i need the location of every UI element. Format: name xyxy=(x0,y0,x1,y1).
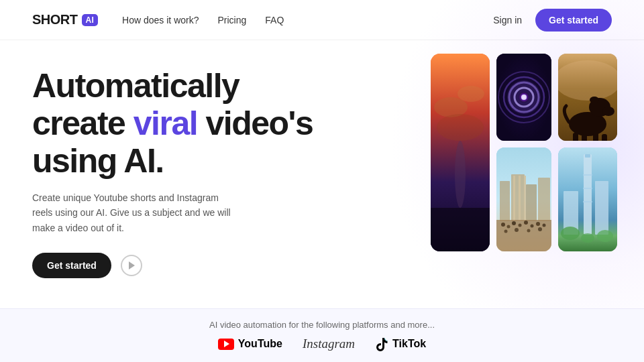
video-card-plaza xyxy=(496,147,551,251)
video-card-dog xyxy=(558,54,617,141)
get-started-hero-button[interactable]: Get started xyxy=(32,253,111,278)
svg-rect-22 xyxy=(593,133,598,141)
svg-point-54 xyxy=(597,230,613,242)
svg-point-18 xyxy=(602,107,614,116)
get-started-nav-button[interactable]: Get started xyxy=(535,9,612,32)
sign-in-link[interactable]: Sign in xyxy=(493,15,522,25)
nav-link-pricing[interactable]: Pricing xyxy=(218,15,247,25)
svg-point-41 xyxy=(504,230,508,233)
instagram-platform: Instagram xyxy=(303,337,355,351)
svg-rect-46 xyxy=(584,154,592,235)
svg-rect-20 xyxy=(573,133,578,141)
video-card-sunset xyxy=(431,54,490,251)
youtube-platform: YouTube xyxy=(218,338,282,350)
hero-section: Automaticallycreate viral video'susing A… xyxy=(0,40,644,308)
svg-rect-28 xyxy=(538,178,550,221)
tiktok-icon xyxy=(375,337,388,351)
nav-links: How does it work? Pricing FAQ xyxy=(122,15,284,25)
hero-content: Automaticallycreate viral video'susing A… xyxy=(32,60,354,278)
svg-point-5 xyxy=(455,141,466,208)
instagram-label: Instagram xyxy=(303,337,355,351)
svg-point-43 xyxy=(527,229,531,233)
svg-rect-25 xyxy=(500,181,510,221)
hero-actions: Get started xyxy=(32,253,354,278)
logo-badge: AI xyxy=(82,14,99,26)
video-card-futuristic xyxy=(558,147,617,251)
hero-subtitle: Create unique Youtube shorts and Instagr… xyxy=(32,190,240,235)
svg-rect-49 xyxy=(583,188,592,189)
svg-rect-21 xyxy=(582,134,587,141)
svg-point-33 xyxy=(501,223,505,227)
svg-rect-47 xyxy=(585,154,590,158)
svg-rect-51 xyxy=(595,181,608,235)
svg-rect-30 xyxy=(519,176,521,221)
svg-point-3 xyxy=(437,114,484,141)
platform-logos: YouTube Instagram TikTok xyxy=(218,337,426,351)
svg-point-53 xyxy=(561,227,580,240)
nav-left: SHORT AI How does it work? Pricing FAQ xyxy=(32,12,284,27)
svg-point-39 xyxy=(536,222,540,226)
hero-title: Automaticallycreate viral video'susing A… xyxy=(32,67,354,180)
navbar: SHORT AI How does it work? Pricing FAQ S… xyxy=(0,0,644,40)
svg-point-34 xyxy=(507,225,511,229)
youtube-icon xyxy=(218,339,234,350)
svg-point-36 xyxy=(519,224,522,227)
bottom-subtitle: AI video automation for the following pl… xyxy=(209,320,435,330)
svg-rect-23 xyxy=(602,134,607,141)
nav-link-faq[interactable]: FAQ xyxy=(265,15,284,25)
svg-rect-27 xyxy=(526,184,537,221)
youtube-label: YouTube xyxy=(238,338,282,350)
play-demo-button[interactable] xyxy=(121,255,142,276)
nav-right: Sign in Get started xyxy=(493,9,612,32)
svg-point-40 xyxy=(543,224,546,227)
svg-rect-4 xyxy=(431,208,490,251)
svg-point-19 xyxy=(590,97,599,103)
svg-point-13 xyxy=(507,80,541,114)
svg-point-42 xyxy=(515,228,519,232)
svg-point-35 xyxy=(512,221,516,225)
svg-rect-48 xyxy=(583,174,592,176)
svg-point-38 xyxy=(531,225,534,228)
bottom-bar: AI video automation for the following pl… xyxy=(0,308,644,362)
tiktok-label: TikTok xyxy=(392,338,426,350)
logo: SHORT AI xyxy=(32,12,98,27)
logo-text: SHORT xyxy=(32,12,78,27)
svg-rect-50 xyxy=(583,201,592,202)
svg-point-2 xyxy=(458,86,484,102)
nav-link-how-it-works[interactable]: How does it work? xyxy=(122,15,199,25)
hero-title-viral: viral xyxy=(133,105,197,142)
svg-point-15 xyxy=(558,60,617,101)
svg-rect-29 xyxy=(513,176,515,221)
video-card-swirl xyxy=(496,54,551,141)
svg-point-37 xyxy=(524,221,528,225)
svg-point-55 xyxy=(581,233,594,243)
svg-point-44 xyxy=(538,227,542,231)
video-grid xyxy=(431,54,617,251)
tiktok-platform: TikTok xyxy=(375,337,426,351)
svg-rect-31 xyxy=(524,176,526,221)
